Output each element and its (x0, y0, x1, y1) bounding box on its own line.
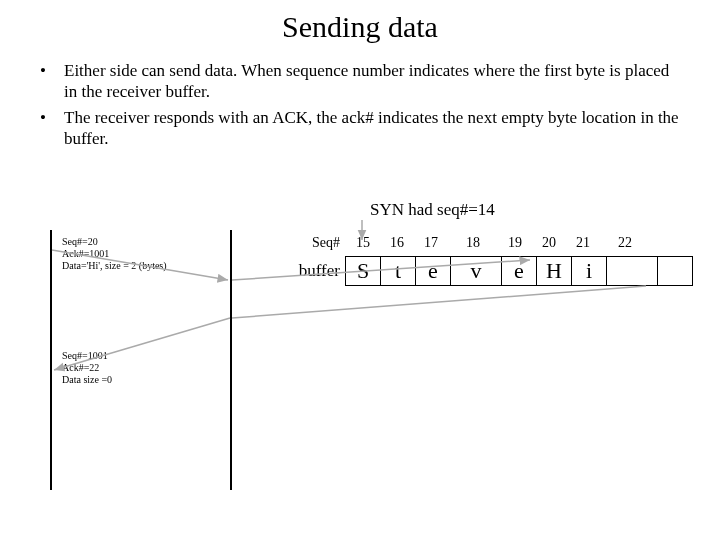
slide-title: Sending data (0, 10, 720, 44)
bullet-text: The receiver responds with an ACK, the a… (64, 107, 680, 150)
arrow-overlay (50, 230, 700, 490)
bullet-item: • The receiver responds with an ACK, the… (40, 107, 680, 150)
bullet-dot-icon: • (40, 107, 64, 150)
arrow-ack-icon (54, 318, 230, 370)
arrow-data-icon (52, 250, 228, 280)
slide: Sending data • Either side can send data… (0, 0, 720, 540)
bullet-list: • Either side can send data. When sequen… (40, 60, 680, 153)
arrow-to-buffer-icon (232, 260, 530, 280)
arrow-from-buffer-icon (232, 286, 646, 318)
syn-note: SYN had seq#=14 (370, 200, 495, 220)
bullet-text: Either side can send data. When sequence… (64, 60, 680, 103)
bullet-item: • Either side can send data. When sequen… (40, 60, 680, 103)
bullet-dot-icon: • (40, 60, 64, 103)
